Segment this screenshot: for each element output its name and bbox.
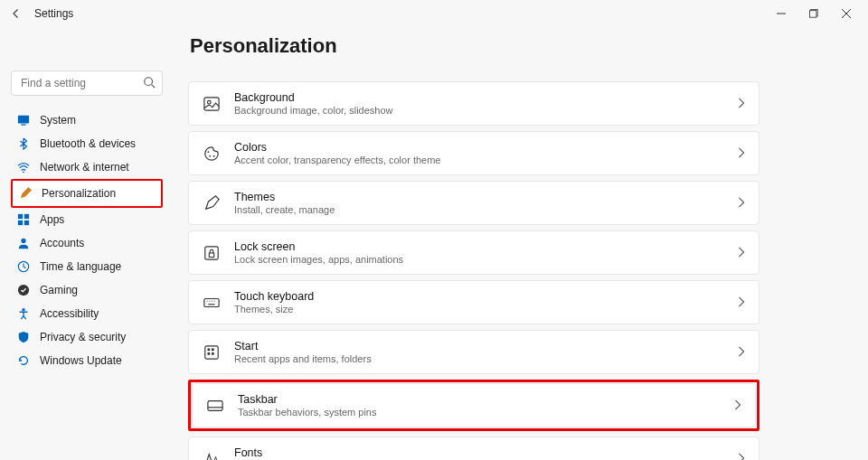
sidebar-item-label: Time & language	[40, 260, 121, 273]
fonts-icon	[202, 449, 222, 461]
card-title: Colors	[234, 141, 737, 154]
svg-point-18	[208, 151, 210, 153]
card-title: Start	[234, 340, 737, 352]
svg-rect-5	[18, 116, 29, 124]
search-input[interactable]	[11, 70, 163, 96]
card-themes[interactable]: ThemesInstall, create, manage	[188, 181, 760, 225]
privacy-icon	[16, 330, 31, 344]
card-fonts[interactable]: FontsInstall, manage	[188, 437, 760, 460]
card-colors[interactable]: ColorsAccent color, transparency effects…	[188, 131, 760, 175]
svg-rect-34	[208, 400, 222, 410]
sidebar-item-accounts[interactable]: Accounts	[11, 232, 163, 254]
window-title: Settings	[34, 7, 73, 20]
sidebar-item-personalization[interactable]: Personalization	[13, 183, 161, 204]
svg-rect-30	[208, 348, 211, 351]
svg-point-20	[213, 155, 215, 156]
card-sub: Lock screen images, apps, animations	[234, 254, 737, 265]
card-title: Taskbar	[238, 393, 733, 406]
chevron-right-icon	[737, 295, 746, 311]
sidebar-item-system[interactable]: System	[11, 109, 163, 131]
card-lockscreen[interactable]: Lock screenLock screen images, apps, ani…	[188, 230, 760, 275]
gaming-icon	[16, 283, 31, 297]
time-icon	[16, 259, 31, 274]
titlebar: Settings	[0, 0, 868, 27]
search-box[interactable]	[11, 70, 163, 96]
sidebar-item-bluetooth[interactable]: Bluetooth & devices	[11, 133, 163, 155]
themes-icon	[202, 193, 222, 213]
sidebar-item-label: Privacy & security	[40, 331, 126, 343]
card-sub: Install, create, manage	[234, 204, 737, 215]
system-icon	[16, 113, 31, 127]
maximize-button[interactable]	[797, 2, 830, 25]
sidebar-item-network[interactable]: Network & internet	[11, 156, 163, 178]
card-start[interactable]: StartRecent apps and items, folders	[188, 330, 760, 374]
accessibility-icon	[16, 306, 31, 321]
close-button[interactable]	[830, 2, 863, 25]
svg-rect-8	[18, 214, 23, 219]
card-sub: Background image, color, slideshow	[234, 105, 737, 116]
sidebar-item-time[interactable]: Time & language	[11, 256, 163, 277]
sidebar-item-label: Personalization	[42, 187, 116, 200]
apps-icon	[16, 212, 31, 227]
taskbar-icon	[205, 396, 225, 416]
card-taskbar[interactable]: TaskbarTaskbar behaviors, system pins	[192, 383, 756, 427]
svg-rect-22	[209, 253, 213, 258]
svg-rect-2	[809, 11, 816, 18]
sidebar-item-gaming[interactable]: Gaming	[11, 279, 163, 301]
sidebar-item-label: Bluetooth & devices	[40, 137, 136, 150]
chevron-right-icon	[737, 195, 746, 211]
svg-rect-23	[204, 298, 219, 306]
sidebar-item-label: Accessibility	[40, 307, 99, 320]
accounts-icon	[16, 236, 31, 250]
card-title: Lock screen	[234, 240, 737, 253]
back-button[interactable]	[5, 8, 27, 19]
lockscreen-icon	[202, 243, 222, 263]
chevron-right-icon	[737, 146, 746, 162]
minimize-button[interactable]	[765, 2, 797, 25]
sidebar-item-accessibility[interactable]: Accessibility	[11, 303, 163, 324]
start-icon	[202, 343, 222, 362]
svg-point-17	[208, 100, 212, 104]
card-title: Touch keyboard	[234, 290, 737, 303]
sidebar-item-label: Network & internet	[40, 161, 129, 174]
network-icon	[16, 160, 31, 174]
card-touchkeyboard[interactable]: Touch keyboardThemes, size	[188, 280, 760, 324]
svg-rect-6	[21, 124, 25, 125]
highlight-personalization: Personalization	[11, 179, 163, 208]
svg-rect-31	[212, 348, 214, 351]
svg-rect-11	[24, 221, 29, 225]
update-icon	[16, 353, 31, 368]
svg-rect-33	[212, 352, 214, 355]
arrow-left-icon	[11, 8, 22, 19]
background-icon	[202, 94, 222, 114]
chevron-right-icon	[737, 96, 746, 112]
sidebar-item-privacy[interactable]: Privacy & security	[11, 326, 163, 348]
svg-line-4	[152, 85, 156, 89]
card-sub: Accent color, transparency effects, colo…	[234, 155, 737, 165]
card-sub: Taskbar behaviors, system pins	[238, 407, 733, 418]
keyboard-icon	[202, 293, 222, 313]
personalization-icon	[18, 186, 33, 201]
main-content: Personalization BackgroundBackground ima…	[172, 27, 868, 460]
sidebar-item-label: Apps	[40, 213, 64, 226]
card-sub: Recent apps and items, folders	[234, 353, 737, 364]
svg-rect-10	[18, 221, 23, 225]
sidebar-item-apps[interactable]: Apps	[11, 209, 163, 230]
chevron-right-icon	[737, 245, 746, 261]
close-icon	[842, 9, 851, 18]
chevron-right-icon	[733, 398, 742, 414]
sidebar: System Bluetooth & devices Network & int…	[0, 27, 172, 460]
svg-point-19	[209, 155, 211, 156]
chevron-right-icon	[737, 451, 746, 461]
card-title: Background	[234, 91, 737, 104]
sidebar-item-label: System	[40, 114, 76, 127]
card-title: Fonts	[234, 446, 737, 459]
svg-point-3	[145, 78, 153, 86]
minimize-icon	[777, 9, 786, 18]
svg-point-7	[23, 171, 24, 173]
sidebar-item-label: Gaming	[40, 284, 78, 296]
highlight-taskbar: TaskbarTaskbar behaviors, system pins	[188, 380, 760, 431]
sidebar-item-update[interactable]: Windows Update	[11, 350, 163, 371]
svg-rect-32	[208, 352, 211, 355]
card-background[interactable]: BackgroundBackground image, color, slide…	[188, 81, 760, 126]
